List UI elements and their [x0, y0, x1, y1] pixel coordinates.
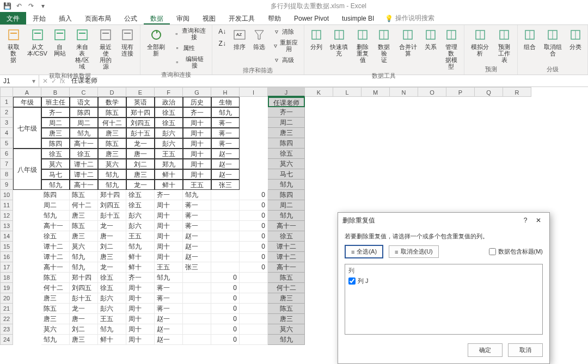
- ribbon-button[interactable]: 删除重复值: [353, 26, 372, 64]
- col-header[interactable]: Q: [475, 87, 503, 97]
- ribbon-button[interactable]: ▫查询和连接: [171, 26, 209, 41]
- cell[interactable]: 0: [240, 190, 268, 200]
- cell[interactable]: 谭十二: [70, 169, 98, 180]
- cell[interactable]: 陈五: [70, 190, 98, 200]
- cell[interactable]: 政治: [155, 97, 183, 107]
- ribbon-button[interactable]: 分类: [567, 26, 584, 51]
- cell[interactable]: 彭十五: [98, 211, 126, 221]
- tab-layout[interactable]: 页面布局: [78, 12, 118, 24]
- ribbon-button[interactable]: ▿清除: [270, 26, 300, 37]
- row-header[interactable]: 1: [0, 97, 13, 107]
- cell[interactable]: 彭六: [126, 211, 155, 221]
- cell[interactable]: 唐三: [70, 335, 98, 345]
- cell[interactable]: [183, 324, 211, 335]
- cell[interactable]: 0: [211, 273, 240, 283]
- tab-data[interactable]: 数据: [144, 12, 170, 24]
- cell[interactable]: 郑十四: [126, 107, 155, 118]
- cell[interactable]: 陈五: [268, 273, 305, 283]
- cell[interactable]: 马七: [268, 169, 305, 180]
- cell[interactable]: 刘二: [70, 324, 98, 335]
- col-header[interactable]: P: [446, 87, 475, 97]
- cell[interactable]: 周二: [268, 200, 305, 211]
- cell[interactable]: 0: [240, 221, 268, 231]
- cell[interactable]: 赵一: [183, 231, 211, 242]
- cell[interactable]: 高十一: [70, 180, 98, 190]
- ribbon-button[interactable]: 模拟分析: [468, 26, 492, 58]
- col-header[interactable]: F: [155, 87, 183, 97]
- cell[interactable]: 0: [240, 211, 268, 221]
- cell[interactable]: 刘四五: [126, 118, 155, 128]
- ribbon-button[interactable]: 获取数据: [3, 26, 24, 64]
- cell[interactable]: 齐一: [41, 107, 70, 118]
- cancel-icon[interactable]: ✕: [42, 77, 48, 85]
- cell[interactable]: [240, 335, 268, 345]
- cell[interactable]: [211, 231, 240, 242]
- cell[interactable]: 唐三: [41, 128, 70, 138]
- cell[interactable]: 龙一: [126, 180, 155, 190]
- cell[interactable]: 何十二: [41, 283, 70, 293]
- cell[interactable]: [183, 335, 211, 345]
- cell[interactable]: 0: [240, 252, 268, 262]
- ribbon-button[interactable]: ▿重新应用: [270, 38, 300, 53]
- cell[interactable]: 齐一: [183, 107, 211, 118]
- cell[interactable]: [240, 283, 268, 293]
- tab-formula[interactable]: 公式: [118, 12, 144, 24]
- cell[interactable]: 王五: [98, 314, 126, 324]
- cell[interactable]: 何十二: [98, 118, 126, 128]
- cell[interactable]: 陈五: [41, 273, 70, 283]
- cell[interactable]: 唐三: [70, 211, 98, 221]
- cell[interactable]: 鲜十: [126, 262, 155, 273]
- row-header[interactable]: 20: [0, 293, 13, 304]
- cell[interactable]: 郑十四: [70, 273, 98, 283]
- redo-icon[interactable]: ↷: [26, 1, 36, 11]
- cell[interactable]: 彭六: [155, 128, 183, 138]
- cell[interactable]: [240, 304, 268, 314]
- cell[interactable]: 蒋一: [183, 221, 211, 231]
- tab-home[interactable]: 开始: [26, 12, 52, 24]
- ribbon-button[interactable]: 自网站: [51, 26, 69, 58]
- formula-input[interactable]: 任课老师: [68, 76, 588, 85]
- row-header[interactable]: 16: [0, 252, 13, 262]
- cell[interactable]: 周十: [126, 293, 155, 304]
- help-icon[interactable]: ?: [519, 217, 532, 224]
- cell[interactable]: 徐五: [98, 273, 126, 283]
- row-header[interactable]: 5: [0, 138, 13, 149]
- cell[interactable]: 周十: [183, 169, 211, 180]
- cell[interactable]: [211, 262, 240, 273]
- cell[interactable]: 徐五: [268, 231, 305, 242]
- cell[interactable]: 英语: [126, 97, 155, 107]
- ribbon-button[interactable]: 从文本/CSV: [26, 26, 48, 58]
- cell[interactable]: 周十: [126, 304, 155, 314]
- cell[interactable]: 0: [211, 283, 240, 293]
- col-header[interactable]: B: [41, 87, 70, 97]
- cell[interactable]: 0: [211, 314, 240, 324]
- cell[interactable]: 赵一: [211, 169, 240, 180]
- cell[interactable]: 邹九: [268, 180, 305, 190]
- cell[interactable]: 陈四: [268, 190, 305, 200]
- row-header[interactable]: 11: [0, 200, 13, 211]
- ribbon-button[interactable]: 现有连接: [118, 26, 136, 58]
- cell[interactable]: 徐五: [155, 118, 183, 128]
- cell[interactable]: 徐五: [126, 200, 155, 211]
- cell[interactable]: 周十: [155, 231, 183, 242]
- cell[interactable]: 陈五: [41, 304, 70, 314]
- cell[interactable]: 0: [240, 200, 268, 211]
- col-header[interactable]: E: [126, 87, 155, 97]
- cell[interactable]: 齐一: [126, 273, 155, 283]
- cell[interactable]: 刘四五: [70, 283, 98, 293]
- cell[interactable]: 王五: [183, 180, 211, 190]
- cell[interactable]: 王五: [126, 231, 155, 242]
- ribbon-button[interactable]: 来自表格/区域: [71, 26, 94, 71]
- row-header[interactable]: 13: [0, 221, 13, 231]
- fx-icon[interactable]: fx: [60, 77, 65, 85]
- cell[interactable]: 周十: [126, 283, 155, 293]
- cell[interactable]: 张三: [183, 262, 211, 273]
- cell[interactable]: 徐五: [98, 283, 126, 293]
- cell[interactable]: 周二: [41, 200, 70, 211]
- tab-insert[interactable]: 插入: [52, 12, 78, 24]
- sort-asc-button[interactable]: A↓: [216, 26, 229, 37]
- cell[interactable]: 蒋一: [183, 200, 211, 211]
- cell[interactable]: 彭六: [155, 138, 183, 149]
- tab-help[interactable]: 帮助: [261, 12, 287, 24]
- filter-button[interactable]: 筛选: [250, 26, 268, 51]
